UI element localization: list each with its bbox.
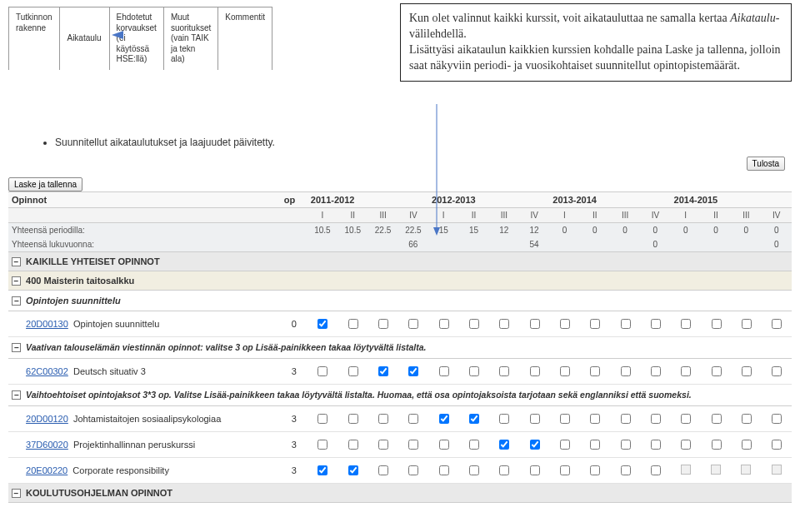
period-checkbox[interactable] bbox=[530, 319, 540, 329]
col-year-2: 2012-2013 bbox=[428, 191, 549, 207]
period-checkbox-disabled bbox=[711, 465, 721, 475]
period-checkbox[interactable] bbox=[439, 366, 449, 376]
collapse-toggle[interactable]: − bbox=[12, 489, 21, 498]
period-checkbox[interactable] bbox=[318, 465, 328, 475]
period-checkbox[interactable] bbox=[439, 440, 449, 450]
tab-muut-suoritukset[interactable]: Muutsuoritukset(vain TAIKja teknala) bbox=[164, 7, 218, 70]
period-checkbox[interactable] bbox=[378, 366, 388, 376]
period-checkbox[interactable] bbox=[499, 366, 509, 376]
period-checkbox[interactable] bbox=[439, 319, 449, 329]
tab-label: Aikataulu bbox=[67, 33, 101, 44]
collapse-toggle[interactable]: − bbox=[12, 343, 21, 352]
period-checkbox[interactable] bbox=[681, 414, 691, 424]
period-checkbox[interactable] bbox=[348, 465, 358, 475]
period-checkbox[interactable] bbox=[681, 440, 691, 450]
period-checkbox[interactable] bbox=[378, 465, 388, 475]
period-checkbox[interactable] bbox=[348, 366, 358, 376]
period-checkbox[interactable] bbox=[348, 319, 358, 329]
period-checkbox[interactable] bbox=[499, 319, 509, 329]
period-checkbox[interactable] bbox=[318, 414, 328, 424]
period-checkbox[interactable] bbox=[378, 319, 388, 329]
period-checkbox[interactable] bbox=[651, 414, 661, 424]
period-checkbox[interactable] bbox=[469, 465, 479, 475]
period-checkbox[interactable] bbox=[378, 440, 388, 450]
period-checkbox[interactable] bbox=[772, 319, 782, 329]
period-checkbox[interactable] bbox=[621, 465, 631, 475]
period-checkbox[interactable] bbox=[469, 414, 479, 424]
period-checkbox[interactable] bbox=[560, 319, 570, 329]
period-checkbox[interactable] bbox=[772, 366, 782, 376]
period-checkbox[interactable] bbox=[318, 440, 328, 450]
period-checkbox[interactable] bbox=[590, 465, 600, 475]
period-checkbox[interactable] bbox=[681, 366, 691, 376]
period-checkbox[interactable] bbox=[742, 319, 752, 329]
period-checkbox[interactable] bbox=[651, 319, 661, 329]
period-checkbox[interactable] bbox=[530, 440, 540, 450]
print-button[interactable]: Tulosta bbox=[747, 157, 785, 171]
period-checkbox[interactable] bbox=[590, 440, 600, 450]
period-checkbox[interactable] bbox=[439, 465, 449, 475]
period-checkbox[interactable] bbox=[560, 414, 570, 424]
period-checkbox[interactable] bbox=[590, 319, 600, 329]
period-checkbox[interactable] bbox=[408, 440, 418, 450]
collapse-toggle[interactable]: − bbox=[12, 296, 21, 306]
arrow-left-icon bbox=[112, 31, 123, 39]
course-code-link[interactable]: 62C00302 bbox=[26, 366, 68, 376]
period-checkbox[interactable] bbox=[712, 319, 722, 329]
course-code-link[interactable]: 20E00220 bbox=[26, 465, 68, 475]
period-checkbox[interactable] bbox=[742, 414, 752, 424]
period-checkbox[interactable] bbox=[560, 366, 570, 376]
period-checkbox[interactable] bbox=[621, 319, 631, 329]
period-checkbox[interactable] bbox=[318, 366, 328, 376]
course-code-link[interactable]: 20D00130 bbox=[26, 319, 68, 329]
period-checkbox[interactable] bbox=[742, 366, 752, 376]
period-checkbox[interactable] bbox=[651, 465, 661, 475]
collapse-toggle[interactable]: − bbox=[12, 276, 21, 286]
period-checkbox[interactable] bbox=[712, 414, 722, 424]
period-checkbox[interactable] bbox=[621, 414, 631, 424]
course-code-link[interactable]: 37D60020 bbox=[26, 440, 68, 450]
period-checkbox[interactable] bbox=[469, 366, 479, 376]
period-checkbox[interactable] bbox=[560, 465, 570, 475]
schedule-table: Opinnot op 2011-2012 2012-2013 2013-2014… bbox=[8, 191, 792, 503]
period-checkbox[interactable] bbox=[772, 440, 782, 450]
period-checkbox[interactable] bbox=[348, 440, 358, 450]
period-checkbox[interactable] bbox=[621, 366, 631, 376]
period-checkbox[interactable] bbox=[408, 319, 418, 329]
period-checkbox[interactable] bbox=[499, 414, 509, 424]
tab-kommentit[interactable]: Kommentit bbox=[218, 7, 272, 70]
calc-save-button[interactable]: Laske ja tallenna bbox=[8, 177, 82, 191]
collapse-toggle[interactable]: − bbox=[12, 257, 21, 266]
period-checkbox[interactable] bbox=[621, 440, 631, 450]
col-op: op bbox=[281, 191, 308, 207]
period-checkbox[interactable] bbox=[651, 440, 661, 450]
period-checkbox[interactable] bbox=[408, 465, 418, 475]
period-checkbox[interactable] bbox=[772, 414, 782, 424]
period-checkbox[interactable] bbox=[590, 366, 600, 376]
period-checkbox[interactable] bbox=[499, 440, 509, 450]
period-checkbox[interactable] bbox=[590, 414, 600, 424]
period-checkbox[interactable] bbox=[439, 414, 449, 424]
period-checkbox[interactable] bbox=[348, 414, 358, 424]
period-checkbox[interactable] bbox=[530, 465, 540, 475]
period-checkbox[interactable] bbox=[681, 319, 691, 329]
period-checkbox[interactable] bbox=[499, 465, 509, 475]
period-checkbox[interactable] bbox=[318, 319, 328, 329]
period-checkbox[interactable] bbox=[469, 440, 479, 450]
tab-tutkinnon-rakenne[interactable]: Tutkinnonrakenne bbox=[8, 7, 60, 70]
period-checkbox[interactable] bbox=[530, 414, 540, 424]
period-checkbox[interactable] bbox=[530, 366, 540, 376]
period-checkbox[interactable] bbox=[378, 414, 388, 424]
period-checkbox[interactable] bbox=[408, 414, 418, 424]
period-checkbox[interactable] bbox=[469, 319, 479, 329]
course-code-link[interactable]: 20D00120 bbox=[26, 414, 68, 424]
tab-aikataulu[interactable]: Aikataulu bbox=[60, 7, 110, 70]
period-checkbox[interactable] bbox=[712, 440, 722, 450]
tab-label: Tutkinnonrakenne bbox=[16, 12, 52, 32]
period-checkbox[interactable] bbox=[560, 440, 570, 450]
period-checkbox[interactable] bbox=[712, 366, 722, 376]
period-checkbox[interactable] bbox=[408, 366, 418, 376]
period-checkbox[interactable] bbox=[742, 440, 752, 450]
period-checkbox[interactable] bbox=[651, 366, 661, 376]
collapse-toggle[interactable]: − bbox=[12, 390, 21, 400]
